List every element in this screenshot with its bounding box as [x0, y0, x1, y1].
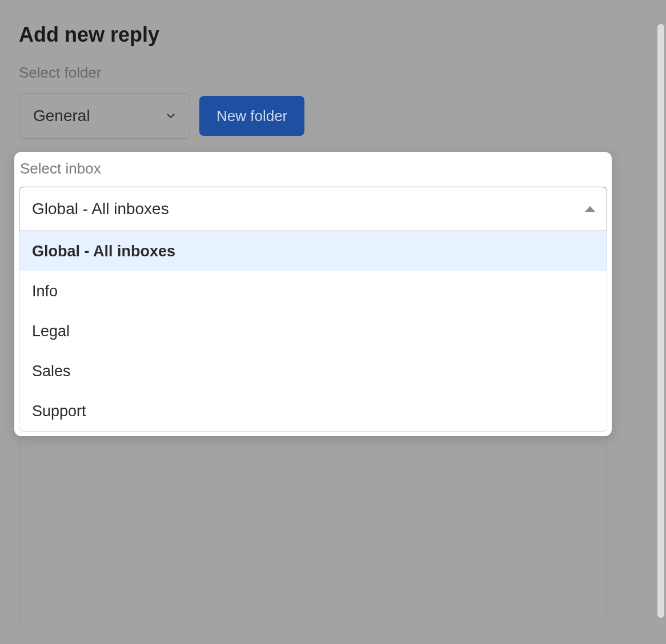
page-title: Add new reply [19, 23, 159, 47]
select-inbox-label: Select inbox [14, 152, 612, 187]
inbox-option-sales[interactable]: Sales [19, 351, 607, 391]
inbox-select-value: Global - All inboxes [32, 200, 169, 218]
scrollbar-track[interactable] [656, 24, 666, 618]
scrollbar-thumb[interactable] [657, 24, 664, 618]
inbox-option-info[interactable]: Info [19, 271, 607, 311]
folder-select-value: General [33, 107, 90, 125]
inbox-option-support[interactable]: Support [19, 391, 607, 431]
select-folder-label: Select folder [19, 64, 102, 82]
inbox-options-list: Global - All inboxes Info Legal Sales Su… [19, 231, 607, 432]
caret-up-icon [585, 206, 595, 212]
chevron-down-icon [165, 110, 177, 122]
inbox-option-global[interactable]: Global - All inboxes [19, 231, 607, 271]
inbox-dropdown-panel: Select inbox Global - All inboxes Global… [14, 152, 612, 436]
inbox-select[interactable]: Global - All inboxes [19, 187, 607, 231]
inbox-option-legal[interactable]: Legal [19, 311, 607, 351]
new-folder-button[interactable]: New folder [199, 96, 304, 136]
folder-select[interactable]: General [19, 93, 190, 139]
